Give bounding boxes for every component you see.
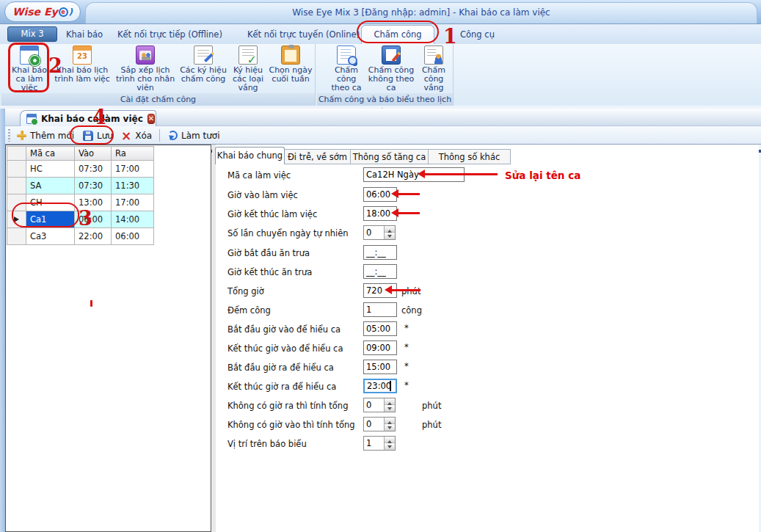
menu-item-mix3[interactable]: Mix 3 <box>7 26 57 42</box>
selected-cell[interactable]: Ca1 <box>26 211 75 228</box>
logo-text: Wise Ey <box>12 6 58 18</box>
spinner-input[interactable] <box>364 437 384 450</box>
shift-detail-panel <box>216 145 759 532</box>
delete-button[interactable]: × Xóa <box>118 128 155 143</box>
shift-list-panel: Mã ca Vào Ra HC 07:30 17:00 SA 07:30 11:… <box>5 145 211 532</box>
report-person-icon <box>424 45 443 65</box>
ribbon-button-cham-cong-vang[interactable]: Chấm công vắng <box>417 45 451 92</box>
table-header-row: Mã ca Vào Ra <box>7 147 154 161</box>
ribbon-group-caption: Cài đặt chấm công <box>1 93 315 106</box>
field-end-time: Giờ kết thúc làm việc <box>227 206 536 222</box>
field-checkin-window-start: Bắt đầu giờ vào để hiểu ca * <box>227 321 536 337</box>
clipboard-icon <box>281 45 300 65</box>
row-marker-header <box>7 147 26 161</box>
ribbon-button-cham-cong-theo-ca[interactable]: Chấm công theo ca <box>327 45 365 92</box>
lunch-start-input[interactable] <box>363 245 397 260</box>
menu-item-khai-bao[interactable]: Khai báo <box>66 29 103 40</box>
field-work-count: Đếm công công <box>227 302 536 318</box>
spinner-buttons <box>384 226 395 239</box>
toolbar-separator <box>159 129 160 142</box>
field-natural-day-count: Số lần chuyển ngày tự nhiên <box>227 225 536 241</box>
document-check-icon <box>239 45 258 65</box>
toolbar-grip <box>8 129 10 142</box>
field-lunch-end: Giờ kết thúc ăn trưa <box>227 264 536 280</box>
spin-up-icon[interactable] <box>385 226 395 233</box>
table-row[interactable]: Ca3 22:00 06:00 <box>7 228 154 245</box>
spinner-input[interactable] <box>364 398 384 412</box>
ribbon-button-khai-bao-lich-trinh[interactable]: Khai báo lịch trình làm việc <box>53 45 112 84</box>
missing-checkin-spinner[interactable] <box>363 417 396 431</box>
menu-item-ket-noi-offline[interactable]: Kết nối trực tiếp (Offline) <box>117 29 222 40</box>
spinner-input[interactable] <box>364 418 384 431</box>
ribbon-button-ky-hieu-vang[interactable]: Ký hiệu các loại vắng <box>226 45 270 92</box>
left-edge-strip <box>0 109 5 532</box>
table-row-selected[interactable]: Ca1 06:00 14:00 <box>7 211 154 228</box>
tab-thong-so-khac[interactable]: Thông số khác <box>429 149 511 164</box>
spin-down-icon[interactable] <box>385 405 395 412</box>
start-time-input[interactable] <box>363 187 397 202</box>
tab-di-tre-ve-som[interactable]: Đi trễ, về sớm <box>285 149 351 164</box>
close-icon[interactable]: ✕ <box>148 114 155 124</box>
table-row[interactable]: HC 07:30 17:00 <box>7 161 154 178</box>
spinner-buttons <box>384 437 395 450</box>
work-count-input[interactable] <box>363 302 397 317</box>
ribbon-button-khai-bao-ca[interactable]: Khai báo ca làm việc <box>8 45 51 92</box>
text-cursor <box>390 381 391 391</box>
toolbar: Thêm mới Lưu × Xóa Làm tươi <box>5 126 761 145</box>
menu-item-ket-noi-online[interactable]: Kết nối trực tuyến (Online) <box>247 29 360 40</box>
checkout-window-end-input[interactable] <box>363 379 397 393</box>
spin-up-icon[interactable] <box>385 398 395 405</box>
document-tab-khai-bao-ca[interactable]: Khai báo ca làm việc ✕ <box>20 110 156 126</box>
report-position-spinner[interactable] <box>363 436 396 451</box>
menu-item-cham-cong-active[interactable]: Chấm công <box>361 25 434 44</box>
spin-up-icon[interactable] <box>385 437 395 443</box>
column-header-ma-ca[interactable]: Mã ca <box>26 147 75 161</box>
ribbon: Khai báo ca làm việc Khai báo lịch trình… <box>0 44 761 106</box>
add-new-button[interactable]: Thêm mới <box>14 128 77 143</box>
missing-checkout-spinner[interactable] <box>363 398 396 412</box>
spin-down-icon[interactable] <box>385 424 395 431</box>
refresh-button[interactable]: Làm tươi <box>165 128 223 143</box>
column-header-ra[interactable]: Ra <box>112 147 154 161</box>
field-checkout-window-start: Bắt đầu giờ ra để hiểu ca * <box>227 360 536 375</box>
ribbon-button-chon-ngay-cuoi-tuan[interactable]: Chọn ngày cuối tuần <box>267 45 314 84</box>
checkin-window-end-input[interactable] <box>363 340 397 355</box>
spin-down-icon[interactable] <box>385 233 395 239</box>
save-button[interactable]: Lưu <box>80 128 116 143</box>
lunch-end-input[interactable] <box>363 264 397 279</box>
spin-up-icon[interactable] <box>385 418 395 424</box>
shift-code-input[interactable] <box>363 167 465 182</box>
logo-swoosh: ) <box>69 7 73 17</box>
table-row[interactable]: CH 13:00 17:00 <box>7 194 154 211</box>
ribbon-group-caption: Chấm công và báo biểu theo lịch trình <box>317 93 453 106</box>
checkin-window-start-input[interactable] <box>363 321 397 336</box>
ribbon-button-sap-xep-lich-trinh[interactable]: Sắp xếp lịch trình cho nhân viên <box>113 45 178 92</box>
spinner-input[interactable] <box>364 226 384 239</box>
spinner-buttons <box>384 418 395 431</box>
field-lunch-start: Giờ bắt đầu ăn trưa <box>227 245 536 260</box>
menu-item-cong-cu[interactable]: Công cụ <box>460 29 495 40</box>
natural-day-count-spinner[interactable] <box>363 225 396 240</box>
field-checkin-window-end: Kết thúc giờ vào để hiểu ca * <box>227 340 536 356</box>
field-missing-checkin-total: Không có giờ vào thì tính tổng phút <box>227 417 536 432</box>
app-window: Wise Eye) Wise Eye Mix 3 [Đăng nhập: adm… <box>0 0 761 532</box>
save-icon <box>83 131 93 141</box>
field-shift-code: Mã ca làm việc <box>227 167 536 183</box>
column-header-vao[interactable]: Vào <box>75 147 112 161</box>
titlebar: Wise Eye) Wise Eye Mix 3 [Đăng nhập: adm… <box>0 0 761 24</box>
ribbon-button-cham-cong-khong-theo-ca[interactable]: Chấm công không theo ca <box>367 45 415 92</box>
ribbon-button-ky-hieu-cham-cong[interactable]: Các ký hiệu chấm công <box>180 45 227 84</box>
shift-table: Mã ca Vào Ra HC 07:30 17:00 SA 07:30 11:… <box>7 146 154 245</box>
spin-down-icon[interactable] <box>385 443 395 450</box>
app-logo: Wise Eye) <box>4 1 81 22</box>
tab-thong-so-tang-ca[interactable]: Thông số tăng ca <box>351 149 429 164</box>
current-row-marker-icon <box>14 216 19 222</box>
delete-x-icon: × <box>121 131 131 141</box>
calendar-23-icon <box>73 45 92 65</box>
total-minutes-input[interactable] <box>363 283 397 298</box>
table-row[interactable]: SA 07:30 11:30 <box>7 178 154 194</box>
report-edit-icon <box>382 45 401 65</box>
end-time-input[interactable] <box>363 206 397 221</box>
tab-khai-bao-chung[interactable]: Khai báo chung <box>215 147 285 164</box>
checkout-window-start-input[interactable] <box>363 360 397 374</box>
